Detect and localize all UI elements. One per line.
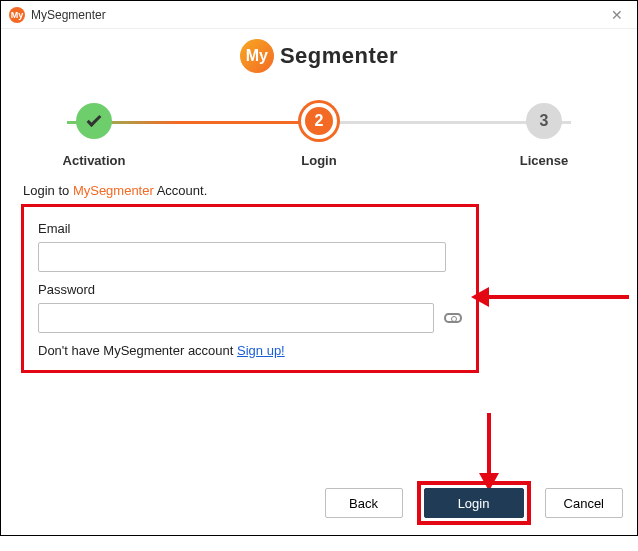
- brand-name: Segmenter: [280, 43, 398, 69]
- stepper: Activation 2 Login 3 License: [49, 103, 589, 173]
- annotation-arrow-form: [471, 287, 629, 307]
- step-active-badge: 2: [301, 103, 337, 139]
- instruction-text: Login to MySegmenter Account.: [23, 183, 617, 198]
- toggle-password-visibility-icon[interactable]: [444, 313, 462, 323]
- step-login: 2 Login: [274, 103, 364, 168]
- content-area: My Segmenter Activation 2 Login 3 Licens…: [1, 29, 637, 373]
- back-button[interactable]: Back: [325, 488, 403, 518]
- login-button-highlight: Login: [417, 481, 531, 525]
- app-window: My MySegmenter ✕ My Segmenter Activation…: [0, 0, 638, 536]
- annotation-arrow-login: [479, 413, 499, 491]
- login-form-highlight: Email Password Don't have MySegmenter ac…: [21, 204, 479, 373]
- arrow-head-icon: [471, 287, 489, 307]
- app-logo-icon: My: [9, 7, 25, 23]
- close-button[interactable]: ✕: [605, 7, 629, 23]
- signup-link[interactable]: Sign up!: [237, 343, 285, 358]
- email-label: Email: [38, 221, 462, 236]
- login-button[interactable]: Login: [424, 488, 524, 518]
- instruction-suffix: Account.: [154, 183, 207, 198]
- brand-logo-text: My: [246, 47, 268, 65]
- password-label: Password: [38, 282, 462, 297]
- signup-prompt: Don't have MySegmenter account Sign up!: [38, 343, 462, 358]
- brand-logo-icon: My: [240, 39, 274, 73]
- titlebar: My MySegmenter ✕: [1, 1, 637, 29]
- password-field[interactable]: [38, 303, 434, 333]
- step-label: Activation: [63, 153, 126, 168]
- email-field[interactable]: [38, 242, 446, 272]
- step-activation: Activation: [49, 103, 139, 168]
- app-logo-text: My: [11, 10, 24, 20]
- arrow-shaft: [489, 295, 629, 299]
- cancel-button[interactable]: Cancel: [545, 488, 623, 518]
- step-done-icon: [76, 103, 112, 139]
- window-title: MySegmenter: [31, 8, 106, 22]
- step-license: 3 License: [499, 103, 589, 168]
- check-icon: [87, 112, 102, 127]
- footer-buttons: Back Login Cancel: [325, 481, 623, 525]
- step-label: License: [520, 153, 568, 168]
- step-pending-badge: 3: [526, 103, 562, 139]
- brand-header: My Segmenter: [21, 39, 617, 73]
- step-label: Login: [301, 153, 336, 168]
- instruction-prefix: Login to: [23, 183, 73, 198]
- signup-prefix: Don't have MySegmenter account: [38, 343, 237, 358]
- instruction-highlight: MySegmenter: [73, 183, 154, 198]
- arrow-shaft: [487, 413, 491, 473]
